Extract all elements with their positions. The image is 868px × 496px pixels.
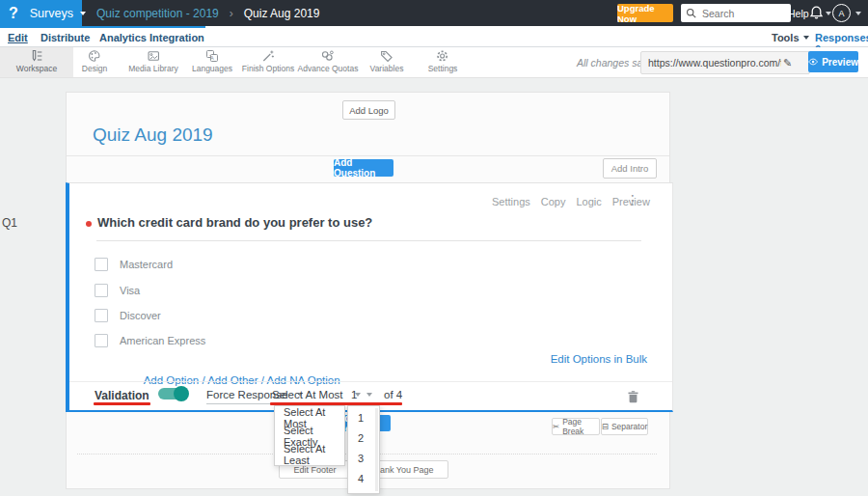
- avatar[interactable]: A: [832, 4, 851, 22]
- annotation-underline-validation: [94, 402, 150, 405]
- caret-down-icon: [80, 12, 86, 15]
- question-copy-link[interactable]: Copy: [541, 196, 566, 207]
- question-settings-link[interactable]: Settings: [492, 196, 530, 207]
- survey-title[interactable]: Quiz Aug 2019: [93, 124, 213, 146]
- preview-button[interactable]: Preview: [808, 51, 858, 72]
- upgrade-now-label: Upgrade Now: [617, 3, 673, 24]
- edit-footer-label: Edit Footer: [293, 465, 336, 475]
- tab-distribute[interactable]: Distribute: [41, 32, 90, 43]
- edit-url-pencil-icon[interactable]: ✎: [783, 57, 792, 69]
- tab-analytics[interactable]: Analytics: [99, 32, 147, 43]
- validation-count-menu: 1 2 3 4: [347, 405, 380, 494]
- caret-down-icon[interactable]: [855, 12, 861, 15]
- option-row[interactable]: Mastercard: [95, 258, 173, 271]
- option-label[interactable]: American Express: [120, 335, 205, 346]
- question-logic-link[interactable]: Logic: [576, 196, 601, 207]
- divider: [67, 155, 669, 156]
- preview-label: Preview: [822, 57, 858, 68]
- breadcrumb-separator: ›: [230, 7, 233, 20]
- link-separator: /: [258, 374, 267, 386]
- divider: [69, 381, 672, 382]
- option-label[interactable]: Visa: [120, 285, 140, 296]
- option-label[interactable]: Discover: [120, 310, 161, 321]
- delete-question-button[interactable]: [627, 390, 639, 407]
- search-icon: [686, 8, 696, 18]
- add-option-link[interactable]: Add Option: [144, 374, 200, 386]
- editor-toolbar: Workspace Design Media Library A ˖ Langu…: [0, 47, 868, 78]
- gear-icon: [436, 49, 449, 63]
- avatar-initial: A: [838, 9, 844, 18]
- breadcrumb-current: Quiz Aug 2019: [244, 7, 320, 20]
- tools-menu[interactable]: Tools: [772, 32, 809, 43]
- toggle-knob: [174, 386, 189, 401]
- tool-finish-options[interactable]: Finish Options: [242, 49, 294, 73]
- question-block[interactable]: Settings Copy Logic Preview ⋮ Which cred…: [66, 182, 673, 412]
- divider: [96, 240, 641, 241]
- product-switcher-label: Surveys: [30, 7, 73, 20]
- separator-button[interactable]: ⊟ Separator: [601, 418, 648, 435]
- survey-nav: Edit Distribute Analytics Integration To…: [0, 26, 868, 47]
- question-text[interactable]: Which credit card brand do you prefer to…: [97, 215, 372, 230]
- search-input[interactable]: [700, 7, 781, 20]
- validation-count-dropdown[interactable]: 1: [351, 389, 372, 400]
- tool-media-library[interactable]: Media Library: [128, 49, 178, 73]
- validation-label: Validation: [95, 389, 149, 402]
- questionpro-logo: ?: [9, 5, 18, 22]
- brand-area[interactable]: ? Surveys: [0, 0, 82, 26]
- option-row[interactable]: American Express: [95, 334, 205, 347]
- tab-integration[interactable]: Integration: [149, 32, 204, 43]
- validation-type-dropdown[interactable]: Select At Most: [272, 389, 361, 400]
- share-url-box[interactable]: ✎: [640, 51, 810, 74]
- tool-languages[interactable]: A ˖ Languages: [192, 49, 232, 73]
- add-question-label: Add Question: [334, 157, 393, 179]
- search-box[interactable]: [681, 4, 791, 22]
- breadcrumb-parent[interactable]: Quiz competition - 2019: [96, 7, 219, 20]
- checkbox[interactable]: [95, 284, 108, 297]
- help-link[interactable]: Help: [788, 8, 809, 19]
- option-row[interactable]: Visa: [95, 284, 140, 297]
- validation-count-value: 1: [351, 389, 357, 400]
- kebab-menu-icon[interactable]: ⋮: [626, 192, 639, 207]
- validation-toggle[interactable]: [158, 388, 187, 400]
- scrollbar[interactable]: [375, 408, 378, 491]
- add-other-link[interactable]: Add Other: [207, 374, 258, 386]
- option-label[interactable]: Mastercard: [120, 259, 173, 270]
- bell-icon: [809, 5, 824, 20]
- breadcrumb: Quiz competition - 2019 › Quiz Aug 2019: [96, 0, 319, 26]
- notifications-bell[interactable]: [809, 5, 824, 24]
- of-total-label: of 4: [384, 389, 402, 400]
- tool-settings[interactable]: Settings: [428, 49, 458, 73]
- add-intro-button[interactable]: Add Intro: [603, 158, 657, 179]
- tool-workspace[interactable]: Workspace: [16, 49, 57, 73]
- add-intro-label: Add Intro: [611, 163, 649, 174]
- separator-label: Separator: [611, 422, 647, 431]
- tool-advance-quotas[interactable]: Advance Quotas: [298, 49, 359, 73]
- tool-design[interactable]: Design: [82, 49, 107, 73]
- option-row[interactable]: Discover: [95, 309, 161, 322]
- tag-icon: [380, 49, 393, 63]
- eye-icon: [808, 57, 818, 67]
- checkbox[interactable]: [95, 334, 108, 347]
- translate-icon: A ˖: [205, 49, 219, 63]
- question-number-label: Q1: [2, 216, 17, 230]
- tab-edit[interactable]: Edit: [8, 32, 28, 43]
- add-question-button-top[interactable]: Add Question: [334, 159, 393, 177]
- share-url-input[interactable]: [646, 56, 783, 69]
- add-logo-label: Add Logo: [349, 105, 389, 116]
- caret-down-icon[interactable]: [826, 12, 831, 15]
- add-na-option-link[interactable]: Add NA Option: [267, 374, 340, 386]
- required-marker: [86, 221, 92, 227]
- checkbox[interactable]: [95, 309, 108, 322]
- checkbox[interactable]: [95, 258, 108, 271]
- active-section-indicator: [0, 26, 205, 28]
- page-break-icon: ✂: [553, 422, 559, 431]
- validation-type-value: Select At Most: [272, 389, 343, 400]
- quota-links-icon: [321, 49, 335, 63]
- annotation-underline-selection: [270, 402, 402, 405]
- tool-variables[interactable]: Variables: [370, 49, 404, 73]
- page-break-button[interactable]: ✂ Page Break: [552, 418, 600, 435]
- upgrade-now-button[interactable]: Upgrade Now: [617, 4, 673, 22]
- add-logo-button[interactable]: Add Logo: [342, 100, 395, 120]
- edit-options-in-bulk-link[interactable]: Edit Options in Bulk: [551, 353, 647, 365]
- menu-item-select-at-least[interactable]: Select At Least: [275, 445, 344, 463]
